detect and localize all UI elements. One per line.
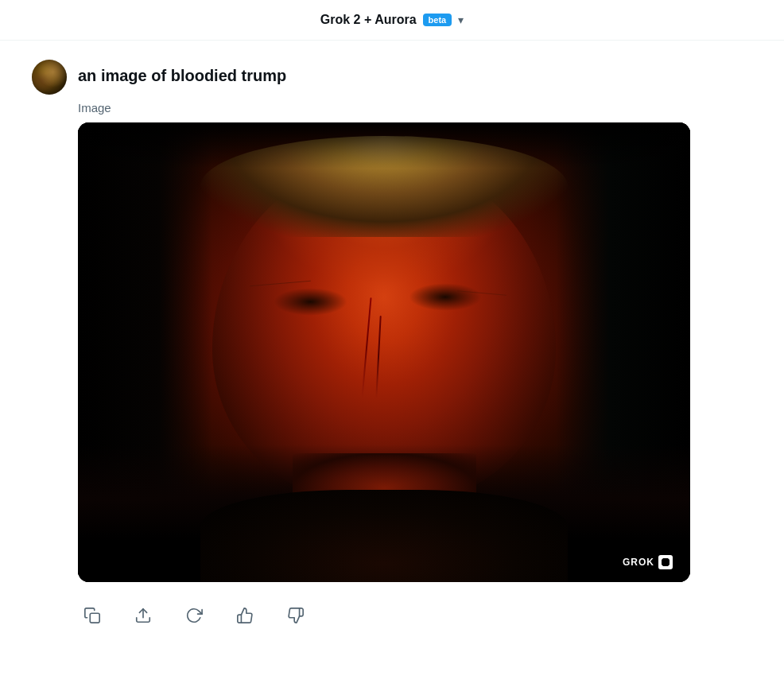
action-bar [78, 595, 752, 636]
main-content: an image of bloodied trump Image GROK [0, 41, 784, 655]
face-suit [200, 490, 568, 582]
generated-image-container: GROK [78, 122, 690, 582]
avatar-image [32, 60, 67, 95]
refresh-icon [185, 607, 203, 624]
copy-button[interactable] [78, 601, 107, 630]
watermark-icon-shape [662, 558, 670, 566]
message-row: an image of bloodied trump [32, 60, 752, 95]
eye-right [409, 283, 482, 311]
bg-top [78, 122, 690, 169]
beta-badge: beta [423, 14, 452, 26]
header-title: Grok 2 + Aurora [320, 13, 417, 27]
header: Grok 2 + Aurora beta ▾ [0, 0, 784, 41]
share-button[interactable] [129, 601, 157, 630]
message-text: an image of bloodied trump [78, 60, 286, 87]
regenerate-button[interactable] [180, 601, 208, 630]
image-label: Image [78, 101, 752, 115]
thumbs-down-icon [287, 607, 305, 624]
avatar [32, 60, 67, 95]
like-button[interactable] [231, 601, 259, 630]
generated-image: GROK [78, 122, 690, 582]
svg-rect-0 [90, 613, 99, 623]
dislike-button[interactable] [281, 601, 310, 630]
watermark: GROK [616, 552, 679, 573]
watermark-text: GROK [623, 557, 654, 568]
chevron-down-icon[interactable]: ▾ [458, 14, 464, 26]
share-icon [134, 607, 152, 624]
copy-icon [83, 607, 101, 624]
thumbs-up-icon [236, 607, 254, 624]
eye-left [274, 288, 347, 316]
watermark-icon [658, 555, 673, 569]
